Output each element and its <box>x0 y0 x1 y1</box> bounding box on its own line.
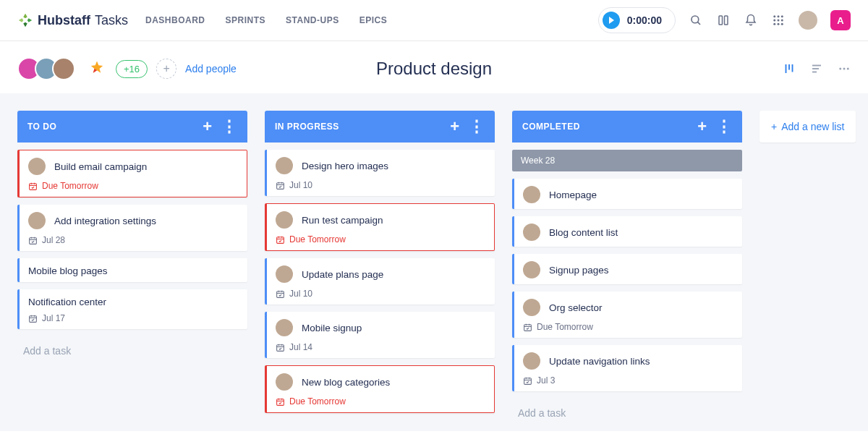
timer: 0:00:00 <box>598 7 676 33</box>
svg-point-21 <box>847 68 849 70</box>
task-card[interactable]: Update navigation linksJul 3 <box>512 345 742 391</box>
card-due: Jul 3 <box>523 375 733 386</box>
column-body: Design hero imagesJul 10Run test campaig… <box>265 142 495 413</box>
workspace-badge[interactable]: A <box>830 10 851 30</box>
search-icon[interactable] <box>689 13 703 27</box>
top-nav: Hubstaff Tasks DASHBOARD SPRINTS STAND-U… <box>0 0 868 41</box>
star-icon <box>87 59 107 79</box>
task-card[interactable]: Homepage <box>512 179 742 209</box>
column-menu-icon[interactable]: ⋮ <box>469 117 485 136</box>
add-card-icon[interactable]: + <box>450 117 459 136</box>
assignee-avatar <box>276 373 293 391</box>
column-body: Build email campaignDue TomorrowAdd inte… <box>17 142 247 365</box>
board-view-icon[interactable] <box>783 62 796 75</box>
task-card[interactable]: Mobile blog pages <box>17 258 247 282</box>
view-controls <box>783 62 851 75</box>
plus-icon: + <box>771 121 777 132</box>
people-section: +16 + Add people <box>17 57 237 80</box>
avatar[interactable] <box>52 57 75 80</box>
assignee-avatar <box>276 211 293 229</box>
svg-point-5 <box>778 15 780 17</box>
svg-rect-46 <box>277 344 284 351</box>
svg-point-20 <box>843 68 846 70</box>
timer-value: 0:00:00 <box>627 14 662 26</box>
svg-point-12 <box>781 23 783 25</box>
task-card[interactable]: Mobile signupJul 14 <box>265 312 495 358</box>
add-card-icon[interactable]: + <box>203 117 212 136</box>
svg-rect-3 <box>725 16 728 25</box>
card-title: Mobile signup <box>302 323 362 333</box>
sidebar-toggle-icon[interactable] <box>716 13 731 27</box>
sub-header: +16 + Add people Product design <box>0 41 868 93</box>
nav-sprints[interactable]: SPRINTS <box>226 15 266 25</box>
card-title: Blog content list <box>549 227 618 238</box>
board-area: TO DO+⋮Build email campaignDue TomorrowA… <box>0 93 868 431</box>
task-card[interactable]: Add integration settingsJul 28 <box>17 205 247 251</box>
column-title: COMPLETED <box>522 122 580 132</box>
apps-grid-icon[interactable] <box>771 13 786 27</box>
people-count[interactable]: +16 <box>116 60 148 78</box>
svg-point-7 <box>773 20 775 22</box>
play-button[interactable] <box>603 12 620 29</box>
bell-icon[interactable] <box>744 13 758 27</box>
hubstaff-logo-icon <box>17 12 33 28</box>
card-title: New blog categories <box>302 377 390 388</box>
assignee-avatar <box>523 224 540 241</box>
task-card[interactable]: Update plans pageJul 10 <box>265 258 495 305</box>
add-person-icon[interactable]: + <box>156 59 176 79</box>
card-title: Update navigation links <box>549 356 650 367</box>
card-due: Jul 10 <box>276 289 486 299</box>
column-menu-icon[interactable]: ⋮ <box>716 117 733 136</box>
user-avatar[interactable] <box>799 11 817 30</box>
task-card[interactable]: Build email campaignDue Tomorrow <box>17 150 247 197</box>
more-menu-icon[interactable] <box>838 62 851 75</box>
column-header: COMPLETED+⋮ <box>512 111 742 142</box>
people-avatars[interactable] <box>17 57 75 80</box>
assignee-avatar <box>276 265 293 283</box>
column: COMPLETED+⋮Week 28HomepageBlog content l… <box>512 111 742 431</box>
nav-right: 0:00:00 A <box>598 7 851 33</box>
task-card[interactable]: Org selectorDue Tomorrow <box>512 292 742 338</box>
nav-dashboard[interactable]: DASHBOARD <box>145 15 205 25</box>
task-card[interactable]: Run test campaignDue Tomorrow <box>265 203 495 251</box>
task-card[interactable]: Notification centerJul 17 <box>17 289 247 329</box>
column-header: IN PROGRESS+⋮ <box>265 111 495 142</box>
logo[interactable]: Hubstaff Tasks <box>17 12 128 28</box>
brand-name: Hubstaff <box>38 13 90 28</box>
add-people-link[interactable]: Add people <box>185 63 237 75</box>
card-title: Add integration settings <box>54 216 156 226</box>
add-list-button[interactable]: +Add a new list <box>760 111 856 142</box>
list-view-icon[interactable] <box>810 62 823 75</box>
card-due: Due Tomorrow <box>276 234 485 244</box>
card-title: Update plans page <box>302 269 383 280</box>
card-title: Run test campaign <box>302 215 383 226</box>
card-title: Notification center <box>28 297 106 307</box>
card-title: Org selector <box>549 302 603 313</box>
svg-point-19 <box>839 68 841 70</box>
add-task-input[interactable]: Add a task <box>17 336 247 365</box>
task-card[interactable]: Design hero imagesJul 10 <box>265 150 495 196</box>
assignee-avatar <box>28 158 46 175</box>
task-card[interactable]: Blog content list <box>512 216 742 247</box>
task-card[interactable]: New blog categoriesDue Tomorrow <box>265 365 495 413</box>
svg-rect-22 <box>30 183 37 190</box>
svg-rect-30 <box>30 315 37 322</box>
card-due: Jul 28 <box>28 235 239 245</box>
card-title: Build email campaign <box>54 161 147 172</box>
add-card-icon[interactable]: + <box>697 117 707 136</box>
assignee-avatar <box>523 352 540 370</box>
add-task-input[interactable]: Add a task <box>512 399 742 427</box>
week-header: Week 28 <box>512 150 742 171</box>
assignee-avatar <box>28 212 46 229</box>
nav-standups[interactable]: STAND-UPS <box>286 15 339 25</box>
svg-rect-26 <box>30 237 37 244</box>
column-menu-icon[interactable]: ⋮ <box>221 117 238 136</box>
svg-point-6 <box>781 15 783 17</box>
card-title: Signup pages <box>549 265 609 276</box>
svg-rect-2 <box>719 16 723 25</box>
card-due: Jul 14 <box>276 342 486 352</box>
nav-epics[interactable]: EPICS <box>359 15 388 25</box>
svg-point-4 <box>773 15 775 17</box>
svg-point-11 <box>778 23 780 25</box>
task-card[interactable]: Signup pages <box>512 254 742 284</box>
